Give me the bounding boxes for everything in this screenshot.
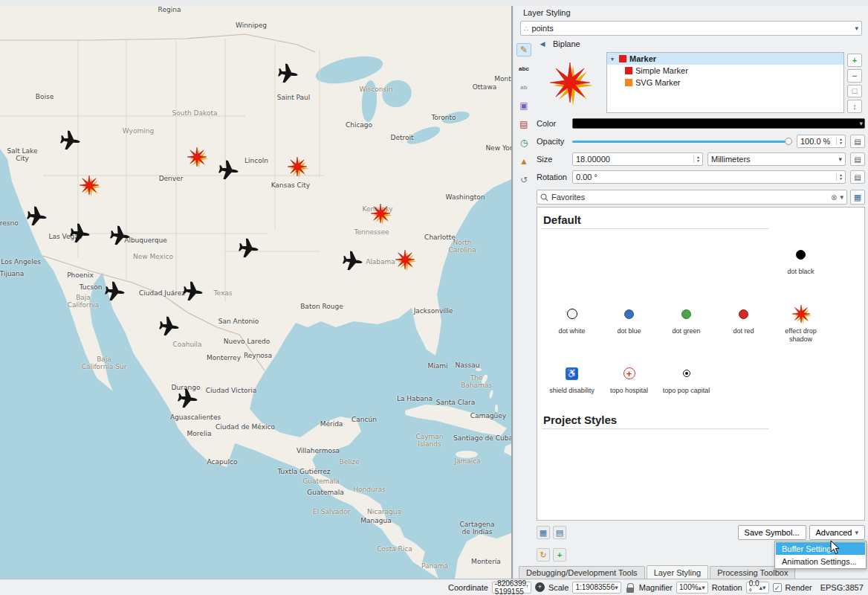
- advanced-button[interactable]: Advanced ▾: [809, 525, 865, 540]
- marker-swatch: [619, 55, 626, 62]
- tree-item-marker[interactable]: ▾ Marker: [607, 53, 843, 65]
- map-label: Aguascalientes: [170, 414, 221, 421]
- style-item[interactable]: ♿shield disability: [543, 351, 600, 411]
- style-item[interactable]: dot black: [772, 232, 829, 292]
- style-grid: dot blackdot whitedot bluedot greendot r…: [543, 232, 860, 411]
- style-item-label: topo pop capital: [663, 387, 710, 395]
- map-label: The Bahamas: [459, 374, 494, 389]
- mask-tab-icon[interactable]: ab: [516, 80, 531, 94]
- airplane-marker: [109, 225, 132, 248]
- spin-arrows-icon[interactable]: ▲▼: [836, 173, 845, 181]
- map-label: Ciudad de México: [216, 423, 275, 431]
- style-item-label: dot white: [558, 327, 585, 335]
- style-item-label: dot green: [672, 327, 700, 335]
- map-label: Tijuana: [0, 270, 24, 277]
- map-label: Cayman Islands: [412, 433, 447, 448]
- style-item[interactable]: dot red: [715, 292, 772, 351]
- coordinate-input[interactable]: -8206399, 5199155: [492, 582, 531, 594]
- rotation-spinbox[interactable]: 0.00 ° ▲▼: [572, 170, 846, 184]
- tab-debugging-development-tools[interactable]: Debugging/Development Tools: [519, 566, 645, 579]
- spin-arrows-icon[interactable]: ▲▼: [836, 138, 845, 145]
- crs-indicator[interactable]: EPSG:3857: [820, 583, 864, 592]
- map-label: Nicaragua: [367, 508, 401, 515]
- tree-item-simple-marker[interactable]: Simple Marker: [607, 65, 843, 77]
- map-label: Ottawa: [473, 83, 497, 91]
- size-unit-combo[interactable]: Millimeters ▾: [707, 152, 846, 166]
- map-label: Mérida: [320, 420, 343, 428]
- duplicate-symbol-layer-button[interactable]: □: [847, 85, 862, 98]
- style-item-icon: [624, 300, 634, 327]
- style-manager-button[interactable]: ▦: [850, 190, 865, 205]
- map-label: Wyoming: [123, 127, 154, 135]
- add-style-button[interactable]: +: [553, 548, 566, 562]
- map-terrain: [0, 6, 513, 579]
- tree-item-label: SVG Marker: [635, 78, 681, 87]
- map-label: Guatemala: [307, 489, 344, 496]
- diagrams-tab-icon[interactable]: ▤: [516, 118, 531, 131]
- map-label: Tucson: [80, 283, 103, 291]
- data-defined-override-button[interactable]: ▤: [850, 170, 865, 184]
- remove-symbol-layer-button[interactable]: −: [847, 69, 862, 83]
- size-spinbox[interactable]: 18.00000 ▲▼: [572, 152, 703, 166]
- save-symbol-button[interactable]: Save Symbol...: [738, 525, 806, 540]
- render-checkbox[interactable]: ✓: [773, 583, 782, 592]
- symbology-tab-icon[interactable]: ✎: [516, 43, 531, 57]
- tracking-icon[interactable]: +: [535, 582, 545, 592]
- opacity-spinbox[interactable]: 100.0 % ▲▼: [797, 135, 846, 148]
- icon-view-button[interactable]: ▦: [537, 526, 550, 539]
- magnifier-spinbox[interactable]: 100%▴▾: [676, 582, 708, 594]
- menu-item-animation-settings-[interactable]: Animation Settings...: [776, 555, 865, 567]
- symbol-back-icon[interactable]: ◀: [537, 39, 548, 49]
- map-label: Lincoln: [244, 157, 268, 164]
- labels-tab-icon[interactable]: abc: [516, 62, 531, 75]
- style-browser[interactable]: Default dot blackdot whitedot bluedot gr…: [537, 207, 865, 521]
- opacity-label: Opacity: [537, 137, 568, 146]
- clear-filter-icon[interactable]: ⊗: [831, 193, 837, 202]
- map-label: Nassau: [456, 361, 480, 369]
- list-view-button[interactable]: ▤: [553, 526, 566, 539]
- style-item[interactable]: dot white: [543, 292, 600, 351]
- symbol-layer-tree[interactable]: ▾ Marker Simple MarkerSVG Marker: [606, 52, 844, 113]
- style-item[interactable]: dot green: [658, 292, 715, 351]
- lock-scale-icon[interactable]: [625, 582, 635, 594]
- opacity-slider[interactable]: [572, 136, 792, 147]
- layer-styling-panel: Layer Styling ∴ points ▾ ✎abcab▣▤◷▲↺ ◀ B…: [514, 6, 868, 579]
- section-project-styles-heading: Project Styles: [542, 411, 769, 429]
- map-label: Guatemala: [302, 477, 340, 485]
- temporal-tab-icon[interactable]: ◷: [516, 136, 531, 149]
- add-symbol-layer-button[interactable]: +: [847, 54, 862, 67]
- menu-item-buffer-settings[interactable]: Buffer Settings: [776, 542, 865, 555]
- tab-layer-styling[interactable]: Layer Styling: [647, 565, 709, 579]
- chevron-down-icon: ▾: [609, 56, 616, 62]
- style-filter-input[interactable]: Favorites ⊗ ▾: [537, 190, 847, 205]
- view-3d-tab-icon[interactable]: ▣: [516, 99, 531, 112]
- panel-title: Layer Styling: [514, 6, 868, 19]
- scale-combo[interactable]: 1:19083556▾: [572, 582, 621, 594]
- data-defined-override-button[interactable]: ▤: [850, 135, 865, 148]
- style-item[interactable]: effect drop shadow: [772, 292, 829, 351]
- airplane-marker: [342, 250, 364, 274]
- data-defined-override-button[interactable]: ▤: [850, 152, 865, 166]
- layer-swatch: [625, 67, 632, 74]
- style-history-button[interactable]: ↻: [537, 548, 550, 562]
- style-item[interactable]: topo pop capital: [658, 351, 715, 411]
- map-label: Chicago: [346, 121, 372, 129]
- elevation-tab-icon[interactable]: ▲: [516, 155, 531, 168]
- map-canvas[interactable]: ReginaWinnipegSaint PaulWisconsinSouth D…: [0, 6, 513, 579]
- style-item[interactable]: +topo hospital: [600, 351, 658, 411]
- chevron-down-icon: ▾: [855, 529, 858, 536]
- spin-arrows-icon[interactable]: ▲▼: [693, 155, 702, 163]
- history-tab-icon[interactable]: ↺: [516, 173, 531, 187]
- status-bar: Coordinate -8206399, 5199155 + Scale 1:1…: [0, 579, 868, 595]
- map-label: El Salvador: [313, 508, 351, 515]
- tree-item-svg-marker[interactable]: SVG Marker: [607, 77, 843, 89]
- rotation-spinbox[interactable]: 0.0 °▴▾: [746, 582, 769, 594]
- layer-select[interactable]: ∴ points ▾: [520, 21, 862, 36]
- chevron-down-icon[interactable]: ▾: [840, 193, 843, 201]
- color-button[interactable]: ▾: [572, 118, 865, 129]
- map-label: Washington: [446, 193, 485, 201]
- slider-handle[interactable]: [785, 138, 792, 145]
- style-item[interactable]: dot blue: [600, 292, 658, 351]
- symbol-preview: [537, 52, 603, 113]
- move-symbol-layer-button[interactable]: ↕: [847, 100, 862, 113]
